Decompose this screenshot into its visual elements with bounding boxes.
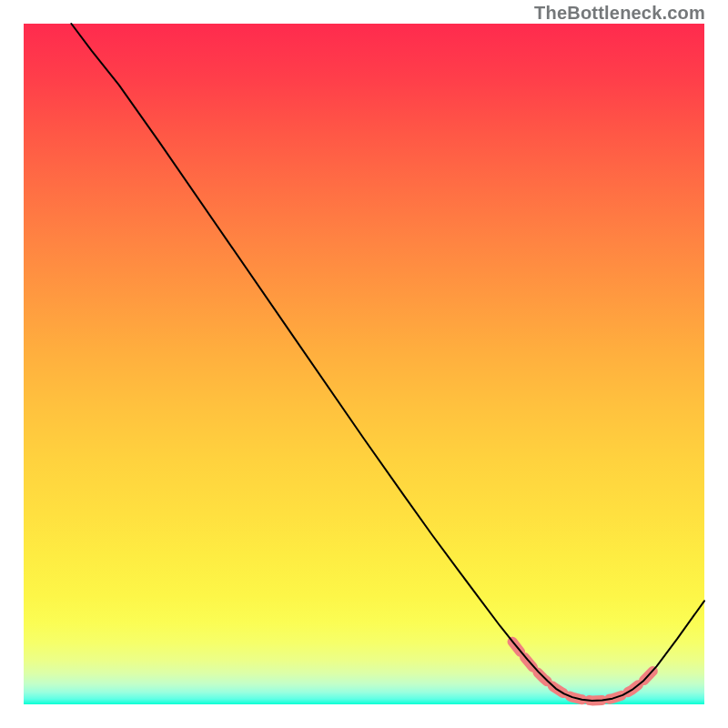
curve-svg [24,24,704,704]
attribution-text: TheBottleneck.com [534,3,705,24]
bottleneck-curve [71,24,704,701]
chart-wrapper: TheBottleneck.com [0,0,728,728]
highlight-band [512,642,653,701]
plot-area [24,24,704,704]
